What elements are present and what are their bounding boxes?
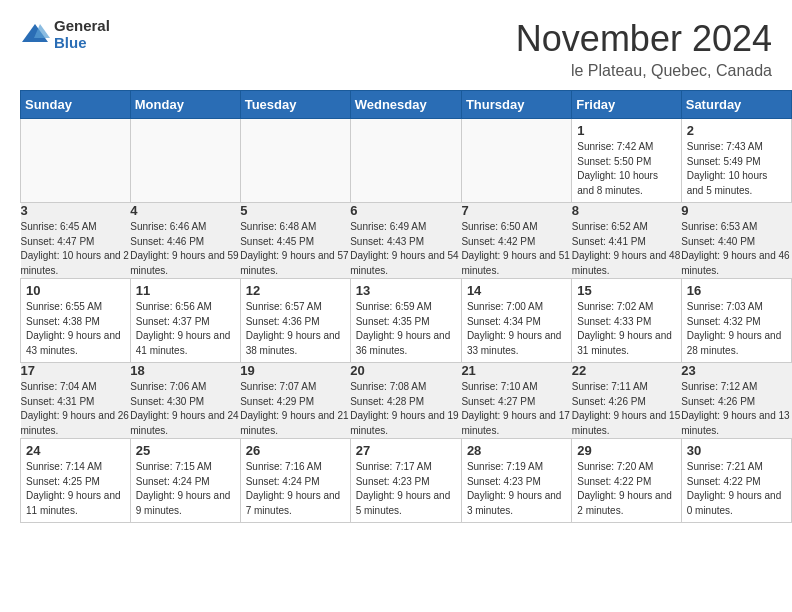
- day-number: 3: [21, 203, 131, 218]
- day-number: 20: [350, 363, 461, 378]
- day-number: 26: [246, 443, 345, 458]
- day-number: 23: [681, 363, 791, 378]
- day-number: 12: [246, 283, 345, 298]
- day-cell-w1-d4: [461, 119, 571, 203]
- day-cell-w4-d2: 19Sunrise: 7:07 AM Sunset: 4:29 PM Dayli…: [240, 363, 350, 439]
- logo-blue-text: Blue: [54, 35, 110, 52]
- day-info: Sunrise: 7:02 AM Sunset: 4:33 PM Dayligh…: [577, 300, 675, 358]
- day-cell-w3-d4: 14Sunrise: 7:00 AM Sunset: 4:34 PM Dayli…: [461, 279, 571, 363]
- day-cell-w4-d3: 20Sunrise: 7:08 AM Sunset: 4:28 PM Dayli…: [350, 363, 461, 439]
- day-info: Sunrise: 7:14 AM Sunset: 4:25 PM Dayligh…: [26, 460, 125, 518]
- day-number: 28: [467, 443, 566, 458]
- day-info: Sunrise: 6:50 AM Sunset: 4:42 PM Dayligh…: [461, 220, 571, 278]
- header-thursday: Thursday: [461, 91, 571, 119]
- day-number: 1: [577, 123, 675, 138]
- week-row-2: 3Sunrise: 6:45 AM Sunset: 4:47 PM Daylig…: [21, 203, 792, 279]
- day-info: Sunrise: 7:43 AM Sunset: 5:49 PM Dayligh…: [687, 140, 786, 198]
- day-number: 24: [26, 443, 125, 458]
- day-number: 7: [461, 203, 571, 218]
- day-cell-w5-d6: 30Sunrise: 7:21 AM Sunset: 4:22 PM Dayli…: [681, 439, 791, 523]
- day-info: Sunrise: 7:17 AM Sunset: 4:23 PM Dayligh…: [356, 460, 456, 518]
- day-number: 30: [687, 443, 786, 458]
- day-number: 5: [240, 203, 350, 218]
- day-cell-w2-d0: 3Sunrise: 6:45 AM Sunset: 4:47 PM Daylig…: [21, 203, 131, 279]
- day-number: 4: [130, 203, 240, 218]
- header-sunday: Sunday: [21, 91, 131, 119]
- day-info: Sunrise: 7:10 AM Sunset: 4:27 PM Dayligh…: [461, 380, 571, 438]
- day-info: Sunrise: 7:00 AM Sunset: 4:34 PM Dayligh…: [467, 300, 566, 358]
- day-info: Sunrise: 6:46 AM Sunset: 4:46 PM Dayligh…: [130, 220, 240, 278]
- day-info: Sunrise: 6:53 AM Sunset: 4:40 PM Dayligh…: [681, 220, 791, 278]
- day-cell-w2-d4: 7Sunrise: 6:50 AM Sunset: 4:42 PM Daylig…: [461, 203, 571, 279]
- day-number: 29: [577, 443, 675, 458]
- day-cell-w2-d6: 9Sunrise: 6:53 AM Sunset: 4:40 PM Daylig…: [681, 203, 791, 279]
- day-info: Sunrise: 7:15 AM Sunset: 4:24 PM Dayligh…: [136, 460, 235, 518]
- title-block: November 2024 le Plateau, Quebec, Canada: [516, 18, 772, 80]
- day-info: Sunrise: 7:19 AM Sunset: 4:23 PM Dayligh…: [467, 460, 566, 518]
- day-cell-w3-d3: 13Sunrise: 6:59 AM Sunset: 4:35 PM Dayli…: [350, 279, 461, 363]
- day-cell-w5-d0: 24Sunrise: 7:14 AM Sunset: 4:25 PM Dayli…: [21, 439, 131, 523]
- calendar-table: Sunday Monday Tuesday Wednesday Thursday…: [20, 90, 792, 523]
- day-info: Sunrise: 7:21 AM Sunset: 4:22 PM Dayligh…: [687, 460, 786, 518]
- day-info: Sunrise: 6:49 AM Sunset: 4:43 PM Dayligh…: [350, 220, 461, 278]
- day-info: Sunrise: 6:45 AM Sunset: 4:47 PM Dayligh…: [21, 220, 131, 278]
- day-number: 14: [467, 283, 566, 298]
- day-number: 16: [687, 283, 786, 298]
- day-info: Sunrise: 7:20 AM Sunset: 4:22 PM Dayligh…: [577, 460, 675, 518]
- day-cell-w3-d0: 10Sunrise: 6:55 AM Sunset: 4:38 PM Dayli…: [21, 279, 131, 363]
- day-number: 8: [572, 203, 681, 218]
- day-number: 19: [240, 363, 350, 378]
- day-number: 2: [687, 123, 786, 138]
- page-header: General Blue November 2024 le Plateau, Q…: [0, 0, 792, 90]
- day-cell-w4-d4: 21Sunrise: 7:10 AM Sunset: 4:27 PM Dayli…: [461, 363, 571, 439]
- day-number: 25: [136, 443, 235, 458]
- header-saturday: Saturday: [681, 91, 791, 119]
- day-number: 10: [26, 283, 125, 298]
- day-number: 27: [356, 443, 456, 458]
- day-info: Sunrise: 7:06 AM Sunset: 4:30 PM Dayligh…: [130, 380, 240, 438]
- day-cell-w1-d0: [21, 119, 131, 203]
- day-info: Sunrise: 7:11 AM Sunset: 4:26 PM Dayligh…: [572, 380, 681, 438]
- day-cell-w1-d6: 2Sunrise: 7:43 AM Sunset: 5:49 PM Daylig…: [681, 119, 791, 203]
- logo: General Blue: [20, 18, 110, 51]
- day-info: Sunrise: 7:04 AM Sunset: 4:31 PM Dayligh…: [21, 380, 131, 438]
- day-cell-w3-d5: 15Sunrise: 7:02 AM Sunset: 4:33 PM Dayli…: [572, 279, 681, 363]
- day-info: Sunrise: 7:42 AM Sunset: 5:50 PM Dayligh…: [577, 140, 675, 198]
- week-row-1: 1Sunrise: 7:42 AM Sunset: 5:50 PM Daylig…: [21, 119, 792, 203]
- month-title: November 2024: [516, 18, 772, 60]
- day-info: Sunrise: 7:07 AM Sunset: 4:29 PM Dayligh…: [240, 380, 350, 438]
- day-number: 17: [21, 363, 131, 378]
- day-number: 18: [130, 363, 240, 378]
- day-cell-w5-d1: 25Sunrise: 7:15 AM Sunset: 4:24 PM Dayli…: [130, 439, 240, 523]
- day-info: Sunrise: 7:16 AM Sunset: 4:24 PM Dayligh…: [246, 460, 345, 518]
- day-cell-w5-d3: 27Sunrise: 7:17 AM Sunset: 4:23 PM Dayli…: [350, 439, 461, 523]
- day-cell-w4-d6: 23Sunrise: 7:12 AM Sunset: 4:26 PM Dayli…: [681, 363, 791, 439]
- day-cell-w2-d3: 6Sunrise: 6:49 AM Sunset: 4:43 PM Daylig…: [350, 203, 461, 279]
- logo-icon: [20, 20, 50, 50]
- day-cell-w3-d1: 11Sunrise: 6:56 AM Sunset: 4:37 PM Dayli…: [130, 279, 240, 363]
- week-row-4: 17Sunrise: 7:04 AM Sunset: 4:31 PM Dayli…: [21, 363, 792, 439]
- calendar-container: Sunday Monday Tuesday Wednesday Thursday…: [0, 90, 792, 533]
- day-number: 21: [461, 363, 571, 378]
- header-monday: Monday: [130, 91, 240, 119]
- day-cell-w2-d1: 4Sunrise: 6:46 AM Sunset: 4:46 PM Daylig…: [130, 203, 240, 279]
- header-tuesday: Tuesday: [240, 91, 350, 119]
- weekday-header-row: Sunday Monday Tuesday Wednesday Thursday…: [21, 91, 792, 119]
- day-cell-w5-d2: 26Sunrise: 7:16 AM Sunset: 4:24 PM Dayli…: [240, 439, 350, 523]
- day-number: 22: [572, 363, 681, 378]
- day-info: Sunrise: 6:48 AM Sunset: 4:45 PM Dayligh…: [240, 220, 350, 278]
- day-number: 13: [356, 283, 456, 298]
- day-info: Sunrise: 6:59 AM Sunset: 4:35 PM Dayligh…: [356, 300, 456, 358]
- day-number: 6: [350, 203, 461, 218]
- day-cell-w4-d1: 18Sunrise: 7:06 AM Sunset: 4:30 PM Dayli…: [130, 363, 240, 439]
- day-number: 9: [681, 203, 791, 218]
- day-cell-w3-d2: 12Sunrise: 6:57 AM Sunset: 4:36 PM Dayli…: [240, 279, 350, 363]
- day-number: 15: [577, 283, 675, 298]
- day-info: Sunrise: 7:03 AM Sunset: 4:32 PM Dayligh…: [687, 300, 786, 358]
- day-number: 11: [136, 283, 235, 298]
- day-cell-w1-d3: [350, 119, 461, 203]
- day-info: Sunrise: 7:08 AM Sunset: 4:28 PM Dayligh…: [350, 380, 461, 438]
- day-info: Sunrise: 7:12 AM Sunset: 4:26 PM Dayligh…: [681, 380, 791, 438]
- header-wednesday: Wednesday: [350, 91, 461, 119]
- day-cell-w2-d2: 5Sunrise: 6:48 AM Sunset: 4:45 PM Daylig…: [240, 203, 350, 279]
